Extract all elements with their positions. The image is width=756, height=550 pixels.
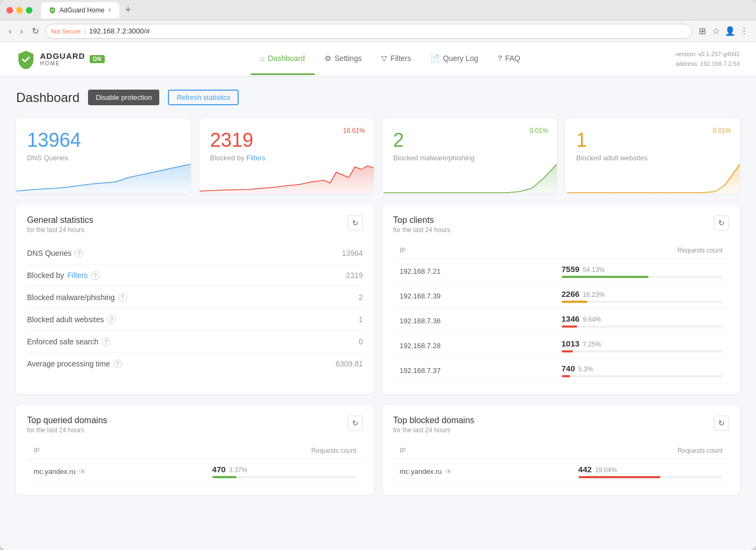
top-queried-refresh-button[interactable]: ↻ (348, 416, 363, 431)
logo-text: ADGUARD HOME (40, 52, 85, 67)
table-row: 192.168.7.39 2266 16.23% (393, 284, 729, 309)
nav-item-filters[interactable]: ▽ Filters (372, 43, 421, 75)
close-button[interactable] (6, 7, 13, 13)
table-row: mc.yandex.ru 👁 442 19.04% (393, 459, 729, 484)
back-button[interactable]: ‹ (6, 24, 14, 38)
url-text: 192.168.7.2:3000/# (89, 27, 150, 35)
top-clients-panel: Top clients for the last 24 hours ↻ IP R… (382, 205, 740, 394)
profile-icon[interactable]: 👤 (725, 26, 735, 37)
queried-domain: mc.yandex.ru 👁 (27, 459, 206, 484)
general-stats-title-group: General statistics for the last 24 hours (27, 215, 93, 234)
client-count-cell: 1346 9.64% (555, 309, 729, 334)
table-row: 192.168.7.28 1013 7.25% (393, 334, 729, 358)
top-clients-refresh-button[interactable]: ↻ (714, 215, 729, 230)
blocked-adult-row-label: Blocked adult websites (27, 315, 104, 324)
stat-card-blocked-adult: 0.01% 1 Blocked adult websites (565, 118, 740, 194)
count-pct-group: 2266 16.23% (562, 289, 723, 298)
table-row: 192.168.7.21 7559 54.13% (393, 259, 729, 284)
nav-item-faq[interactable]: ? FAQ (488, 43, 530, 75)
stat-card-dns-queries: 13964 DNS Queries (16, 118, 191, 194)
stat-row-dns-queries: DNS Queries ? 13964 (27, 242, 363, 264)
address-bar[interactable]: Not Secure | 192.168.7.2:3000/# (45, 24, 692, 39)
client-bar-fill (562, 301, 588, 303)
nav-item-querylog[interactable]: 📄 Query Log (421, 43, 488, 75)
filters-link[interactable]: Filters (246, 154, 265, 162)
stat-row-blocked-adult: Blocked adult websites ? 1 (27, 309, 363, 331)
tab-close-icon[interactable]: ✕ (107, 7, 112, 13)
stat-row-blocked-filters: Blocked by Filters ? 2319 (27, 264, 363, 287)
general-stats-refresh-button[interactable]: ↻ (348, 215, 363, 230)
blocked-filters-chart (199, 161, 374, 194)
filter-icon: ▽ (381, 54, 387, 63)
client-count-cell: 2266 16.23% (555, 284, 729, 309)
client-bar-container (562, 276, 723, 278)
maximize-button[interactable] (26, 7, 32, 13)
reload-button[interactable]: ↻ (30, 24, 41, 38)
blocked-adult-pct: 0.01% (713, 127, 731, 134)
address-text: address: 192.168.7.2:53 (676, 59, 740, 69)
top-blocked-title-group: Top blocked domains for the last 24 hour… (393, 416, 474, 434)
dns-queries-number: 13964 (27, 129, 180, 152)
safe-search-row-label: Enforced safe search (27, 337, 98, 346)
app-logo: ADGUARD HOME ON (16, 50, 105, 69)
general-stats-panel: General statistics for the last 24 hours… (16, 205, 374, 394)
blocked-malware-help-icon[interactable]: ? (118, 293, 127, 302)
stat-card-blocked-malware: 0.01% 2 Blocked malware/phishing (382, 118, 557, 194)
app-version: version: v0.1-257-g40d1 address: 192.168… (676, 50, 740, 69)
security-label: Not Secure (51, 28, 81, 35)
settings-icon: ⚙ (325, 54, 332, 63)
top-queried-title-group: Top queried domains for the last 24 hour… (27, 416, 107, 434)
client-count-cell: 1013 7.25% (555, 334, 729, 358)
top-blocked-table: IP Requests count mc.yandex.ru 👁 442 19.… (393, 443, 729, 484)
dns-queries-row-value: 13964 (342, 249, 363, 257)
dns-queries-label: DNS Queries (27, 154, 180, 162)
dns-queries-chart (16, 161, 191, 194)
client-count: 7559 (562, 264, 579, 274)
blocked-bar-container (578, 476, 723, 478)
client-count: 740 (562, 364, 575, 373)
nav-item-settings[interactable]: ⚙ Settings (315, 43, 372, 75)
extensions-icon[interactable]: ⊞ (697, 26, 707, 37)
general-stats-header: General statistics for the last 24 hours… (27, 215, 363, 234)
new-tab-button[interactable]: + (122, 4, 134, 17)
domain-text: mc.yandex.ru (33, 467, 76, 476)
blocked-domain: mc.yandex.ru 👁 (393, 459, 572, 484)
minimize-button[interactable] (16, 7, 23, 13)
disable-protection-button[interactable]: Disable protection (88, 90, 159, 105)
blocked-pct: 19.04% (595, 466, 617, 474)
blocked-filters-row-value: 2319 (346, 271, 363, 280)
client-ip: 192.168.7.37 (393, 358, 555, 383)
client-bar-container (562, 325, 723, 328)
count-pct-group: 1346 9.64% (562, 314, 723, 323)
queried-pct: 3.37% (229, 466, 247, 474)
blocked-filters-number: 2319 (210, 129, 363, 152)
top-queried-subtitle: for the last 24 hours (27, 426, 107, 434)
blocked-filters-row-link[interactable]: Filters (67, 271, 87, 280)
blocked-malware-row-value: 2 (359, 293, 363, 302)
bookmark-icon[interactable]: ☆ (711, 26, 721, 37)
log-icon: 📄 (430, 54, 440, 63)
safe-search-help-icon[interactable]: ? (102, 337, 110, 346)
blocked-adult-help-icon[interactable]: ? (107, 315, 116, 324)
menu-icon[interactable]: ⋮ (739, 26, 750, 37)
eye-icon[interactable]: 👁 (445, 467, 453, 476)
forward-button[interactable]: › (18, 24, 25, 38)
dns-queries-help-icon[interactable]: ? (75, 249, 83, 257)
active-tab[interactable]: AdGuard Home ✕ (41, 2, 119, 18)
refresh-statistics-button[interactable]: Refresh statistics (168, 90, 239, 105)
top-clients-title-group: Top clients for the last 24 hours (393, 215, 450, 234)
top-blocked-refresh-button[interactable]: ↻ (714, 416, 729, 431)
avg-processing-help-icon[interactable]: ? (113, 359, 122, 368)
client-pct: 5.3% (578, 365, 593, 373)
blocked-filters-help-icon[interactable]: ? (91, 271, 100, 280)
top-queried-header: Top queried domains for the last 24 hour… (27, 416, 363, 434)
eye-icon[interactable]: 👁 (79, 467, 86, 476)
blocked-domain-text: mc.yandex.ru (400, 467, 442, 476)
logo-home-label: HOME (40, 60, 85, 66)
dashboard-header: Dashboard Disable protection Refresh sta… (16, 90, 740, 105)
top-clients-header: Top clients for the last 24 hours ↻ (393, 215, 729, 234)
count-pct-group: 1013 7.25% (562, 339, 723, 348)
table-row: mc.yandex.ru 👁 470 3.37% (27, 459, 363, 484)
nav-item-dashboard[interactable]: ⌂ Dashboard (251, 43, 315, 75)
top-clients-table: IP Requests count 192.168.7.21 7559 54.1… (393, 242, 729, 383)
